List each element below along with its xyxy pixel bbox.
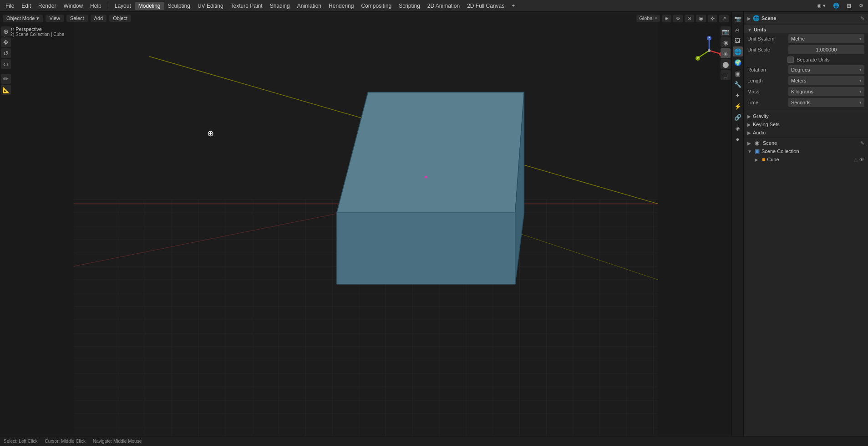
engine-selector[interactable]: ◉ ▾ <box>814 2 828 10</box>
cube-row[interactable]: ▶ ■ Cube △ 👁 <box>744 155 868 164</box>
workspace-texture-paint[interactable]: Texture Paint <box>227 2 266 10</box>
collection-expand-arrow[interactable]: ▼ <box>747 149 753 154</box>
sidebar-world-icon[interactable]: 🌍 <box>733 57 743 67</box>
gravity-section[interactable]: ▶ Gravity <box>744 112 868 120</box>
viewport-gizmo-btn[interactable]: ✥ <box>673 15 683 22</box>
view-menu-btn[interactable]: View <box>46 15 64 22</box>
scene-header-icon: 🌐 <box>753 15 760 21</box>
menu-edit[interactable]: Edit <box>18 2 35 10</box>
view-camera-btn[interactable]: 📷 <box>721 26 731 36</box>
sidebar-view-layer-icon[interactable]: 🖼 <box>733 36 743 46</box>
unit-scale-label: Unit Scale <box>747 47 788 52</box>
menu-file[interactable]: File <box>2 2 18 10</box>
sidebar-object-icon[interactable]: ▣ <box>733 68 743 78</box>
mass-dropdown[interactable]: Kilograms ▾ <box>788 87 864 96</box>
graph-btn[interactable]: ↗ <box>719 15 729 22</box>
viewport-right-icons: 📷 ◉ ◈ ⬤ □ <box>720 25 731 82</box>
workspace-uv-editing[interactable]: UV Editing <box>194 2 227 10</box>
move-tool[interactable]: ✥ <box>1 37 11 47</box>
annotate-tool[interactable]: ✏ <box>1 74 11 84</box>
length-dropdown[interactable]: Meters ▾ <box>788 76 864 85</box>
sidebar-render-icon[interactable]: 📷 <box>733 14 743 24</box>
select-menu-btn[interactable]: Select <box>66 15 88 22</box>
sidebar-output-icon[interactable]: 🖨 <box>733 25 743 35</box>
unit-scale-input[interactable]: 1.000000 <box>788 45 864 54</box>
sidebar-material-icon[interactable]: ● <box>733 134 743 144</box>
time-dropdown[interactable]: Seconds ▾ <box>788 98 864 107</box>
view-wireframe-btn[interactable]: □ <box>721 70 731 80</box>
cube-eye-icon[interactable]: 👁 <box>859 157 864 162</box>
audio-section[interactable]: ▶ Audio <box>744 128 868 137</box>
sidebar-data-icon[interactable]: ◈ <box>733 123 743 133</box>
workspace-shading[interactable]: Shading <box>266 2 294 10</box>
menu-help[interactable]: Help <box>86 2 105 10</box>
unit-system-dropdown[interactable]: Metric ▾ <box>788 34 864 43</box>
keying-arrow: ▶ <box>747 122 751 127</box>
view-material-btn[interactable]: ⬤ <box>721 59 731 69</box>
keying-sets-label: Keying Sets <box>753 122 780 127</box>
time-row: Time Seconds ▾ <box>744 97 868 108</box>
rotate-tool[interactable]: ↺ <box>1 48 11 58</box>
units-header[interactable]: ▼ Units <box>744 25 868 33</box>
keying-sets-section[interactable]: ▶ Keying Sets <box>744 120 868 128</box>
viewport-perspective-label: User Perspective <box>4 26 64 32</box>
separate-units-checkbox[interactable] <box>787 56 794 63</box>
units-arrow: ▼ <box>747 27 752 32</box>
sidebar-particles-icon[interactable]: ✦ <box>733 90 743 100</box>
workspace-modeling[interactable]: Modeling <box>135 2 164 10</box>
sidebar-scene-icon[interactable]: 🌐 <box>733 46 743 56</box>
sidebar-physics-icon[interactable]: ⚡ <box>733 101 743 111</box>
scale-tool[interactable]: ⇔ <box>1 59 11 69</box>
snap-btn[interactable]: ⊙ <box>685 15 694 22</box>
right-sidebar: 📷 🖨 🖼 🌐 🌍 ▣ 🔧 ✦ ⚡ 🔗 ◈ ● ▶ 🌐 Scene ✎ <box>731 12 868 436</box>
outliner-scene-edit[interactable]: ✎ <box>860 140 864 146</box>
rotation-value: Degrees <box>791 67 810 72</box>
mass-label: Mass <box>747 89 788 94</box>
top-right-btn1[interactable]: ⚙ <box>856 2 866 10</box>
viewport-canvas <box>0 12 731 436</box>
svg-marker-45 <box>337 92 524 213</box>
workspace-layout[interactable]: Layout <box>111 2 135 10</box>
viewport-3d[interactable]: Object Mode ▾ View Select Add Object Glo… <box>0 12 731 436</box>
cube-expand-arrow: ▶ <box>755 157 760 162</box>
sidebar-constraints-icon[interactable]: 🔗 <box>733 112 743 122</box>
svg-point-60 <box>708 49 711 52</box>
view-render-btn[interactable]: ◉ <box>721 37 731 47</box>
menu-render[interactable]: Render <box>35 2 60 10</box>
rotation-row: Rotation Degrees ▾ <box>744 64 868 75</box>
measure-tool[interactable]: 📐 <box>1 85 11 95</box>
menu-window[interactable]: Window <box>60 2 86 10</box>
view-layer-selector[interactable]: 🖼 <box>844 2 854 10</box>
separator-1 <box>744 111 868 111</box>
workspace-animation[interactable]: Animation <box>294 2 325 10</box>
add-menu-btn[interactable]: Add <box>91 15 107 22</box>
time-label: Time <box>747 100 788 105</box>
view-solid-btn[interactable]: ◈ <box>721 48 731 58</box>
collection-icon: ▣ <box>755 148 760 154</box>
workspace-scripting[interactable]: Scripting <box>395 2 424 10</box>
add-workspace-btn[interactable]: + <box>508 2 518 10</box>
viewport-mode-dropdown[interactable]: Object Mode ▾ <box>3 15 43 22</box>
workspace-2d-animation[interactable]: 2D Animation <box>424 2 463 10</box>
workspace-2d-full-canvas[interactable]: 2D Full Canvas <box>463 2 508 10</box>
cursor-tool[interactable]: ⊕ <box>1 26 11 36</box>
scene-edit-btn[interactable]: ✎ <box>860 15 864 21</box>
global-dropdown[interactable]: Global ▾ <box>636 15 660 22</box>
workspace-rendering[interactable]: Rendering <box>325 2 357 10</box>
object-menu-btn[interactable]: Object <box>109 15 131 22</box>
proportional-btn[interactable]: ◉ <box>696 15 706 22</box>
sidebar-modifier-icon[interactable]: 🔧 <box>733 79 743 89</box>
3d-cursor[interactable]: ⊕ <box>207 129 216 138</box>
workspace-sculpting[interactable]: Sculpting <box>164 2 194 10</box>
pivot-btn[interactable]: ⊹ <box>708 15 717 22</box>
scene-selector[interactable]: 🌐 <box>830 2 842 10</box>
scene-section-header[interactable]: ▶ 🌐 Scene ✎ <box>744 14 868 23</box>
workspace-compositing[interactable]: Compositing <box>357 2 395 10</box>
scene-collection-row: ▼ ▣ Scene Collection <box>744 147 868 155</box>
rotation-dropdown[interactable]: Degrees ▾ <box>788 65 864 74</box>
viewport-overlay-btn[interactable]: ⊞ <box>662 15 671 22</box>
outliner-collapse-arrow[interactable]: ▶ <box>747 141 751 146</box>
rotation-label: Rotation <box>747 67 788 72</box>
units-title: Units <box>754 27 766 32</box>
cube-restrict-icon[interactable]: △ <box>854 157 858 163</box>
